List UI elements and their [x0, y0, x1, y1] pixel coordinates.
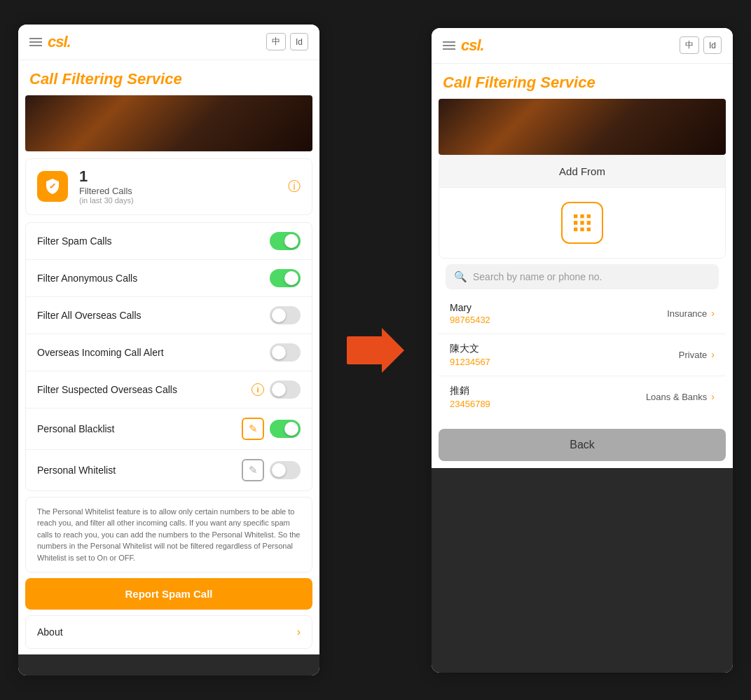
setting-right-blacklist: ✎: [242, 418, 301, 440]
page-title-right: Call Filtering Service: [432, 64, 733, 99]
contact-chevron-tuixiao: ›: [711, 391, 715, 402]
search-bar[interactable]: 🔍 Search by name or phone no.: [446, 264, 719, 289]
nav-right-left: 中 Id: [266, 33, 308, 50]
suspected-info-icon[interactable]: i: [252, 383, 264, 396]
contacts-grid-icon: [571, 212, 593, 234]
filter-anon-label: Filter Anonymous Calls: [37, 273, 137, 284]
filter-overseas-label: Filter All Overseas Calls: [37, 310, 142, 321]
search-icon: 🔍: [454, 270, 467, 283]
contact-chevron-mary: ›: [711, 308, 715, 319]
shield-svg: [44, 178, 61, 195]
bottom-bar-right: [432, 468, 733, 673]
nav-right-right: 中 Id: [680, 36, 722, 54]
setting-row-filter-overseas: Filter All Overseas Calls: [26, 297, 312, 334]
contact-number-chen: 91234567: [450, 357, 679, 367]
arrow-container: [347, 328, 404, 373]
filtered-sublabel: (in last 30 days): [79, 196, 277, 205]
nav-left: csl.: [29, 33, 71, 51]
toggle-knob-anon: [284, 271, 298, 285]
personal-blacklist-label: Personal Blacklist: [37, 423, 115, 434]
page-title-left: Call Filtering Service: [18, 60, 319, 95]
about-label: About: [37, 626, 63, 638]
contact-chevron-chen: ›: [711, 349, 715, 360]
setting-right-suspected: i: [252, 380, 301, 399]
lang-id-btn[interactable]: Id: [290, 33, 308, 50]
add-from-panel: Add From: [439, 155, 726, 259]
contact-list: Mary 98765432 Insurance › 陳大文 91234567 P…: [439, 294, 726, 418]
contact-row-tuixiao[interactable]: 推銷 23456789 Loans & Banks ›: [439, 376, 726, 418]
lang-zh-btn-right[interactable]: 中: [680, 36, 699, 54]
filter-anon-toggle[interactable]: [270, 269, 301, 287]
setting-left-blacklist: Personal Blacklist: [37, 423, 242, 434]
setting-right-alert: [270, 343, 301, 362]
blacklist-edit-btn[interactable]: ✎: [242, 418, 264, 440]
whitelist-edit-btn[interactable]: ✎: [242, 459, 264, 481]
bottom-bar-left: [18, 654, 319, 675]
setting-left-whitelist: Personal Whitelist: [37, 465, 242, 476]
report-spam-button[interactable]: Report Spam Call: [25, 578, 312, 610]
nav-left-right: csl.: [443, 36, 484, 55]
setting-row-whitelist: Personal Whitelist ✎: [26, 450, 312, 490]
setting-row-suspected: Filter Suspected Overseas Calls i: [26, 371, 312, 409]
toggle-knob-blacklist: [284, 422, 298, 436]
setting-row-filter-anon: Filter Anonymous Calls: [26, 260, 312, 297]
contact-tag-mary: Insurance: [667, 308, 707, 319]
contact-name-tuixiao: 推銷: [450, 385, 646, 397]
csl-logo-right: csl.: [461, 36, 484, 55]
filter-suspected-label: Filter Suspected Overseas Calls: [37, 384, 177, 395]
filtered-info-icon[interactable]: ⓘ: [288, 178, 301, 195]
setting-left-anon: Filter Anonymous Calls: [37, 273, 270, 284]
contact-info-tuixiao: 推銷 23456789: [450, 385, 646, 409]
setting-right-anon: [270, 269, 301, 287]
shield-icon: [37, 171, 68, 202]
contact-row-mary[interactable]: Mary 98765432 Insurance ›: [439, 294, 726, 334]
toggle-knob-overseas: [272, 308, 286, 322]
setting-left-spam: Filter Spam Calls: [37, 235, 270, 247]
contact-number-mary: 98765432: [450, 315, 667, 325]
setting-right-whitelist: ✎: [242, 459, 301, 481]
whitelist-description: The Personal Whitelist feature is to all…: [37, 506, 301, 564]
contact-name-mary: Mary: [450, 302, 667, 313]
toggle-knob-alert: [272, 345, 286, 359]
hero-image-left: [25, 95, 312, 151]
nav-bar-left: csl. 中 Id: [18, 25, 319, 60]
filter-spam-label: Filter Spam Calls: [37, 235, 112, 247]
about-chevron-icon: ›: [297, 626, 301, 638]
filter-spam-toggle[interactable]: [270, 232, 301, 250]
csl-logo: csl.: [48, 33, 71, 51]
contact-tag-chen: Private: [679, 350, 707, 360]
contact-info-chen: 陳大文 91234567: [450, 343, 679, 367]
personal-whitelist-label: Personal Whitelist: [37, 465, 116, 476]
filtered-count: 1: [79, 169, 277, 184]
add-from-title: Add From: [439, 156, 725, 188]
lang-id-btn-right[interactable]: Id: [703, 36, 722, 54]
contact-info-mary: Mary 98765432: [450, 302, 667, 325]
back-button[interactable]: Back: [439, 429, 726, 461]
setting-right-spam: [270, 232, 301, 250]
description-box: The Personal Whitelist feature is to all…: [25, 497, 312, 573]
lang-zh-btn[interactable]: 中: [266, 33, 286, 50]
settings-list: Filter Spam Calls Filter Anonymous Calls: [25, 222, 312, 491]
contact-tag-tuixiao: Loans & Banks: [646, 392, 707, 402]
add-from-icon-row: [439, 188, 725, 258]
filter-suspected-toggle[interactable]: [270, 380, 301, 399]
filter-overseas-toggle[interactable]: [270, 306, 301, 324]
right-phone-frame: csl. 中 Id Call Filtering Service Add Fro…: [432, 28, 733, 673]
overseas-alert-toggle[interactable]: [270, 343, 301, 362]
filtered-info: 1 Filtered Calls (in last 30 days): [79, 169, 277, 205]
contact-row-chen[interactable]: 陳大文 91234567 Private ›: [439, 334, 726, 376]
hero-image-right: [439, 99, 726, 155]
overseas-alert-label: Overseas Incoming Call Alert: [37, 347, 164, 358]
setting-row-blacklist: Personal Blacklist ✎: [26, 409, 312, 450]
personal-whitelist-toggle[interactable]: [270, 461, 301, 479]
setting-row-filter-spam: Filter Spam Calls: [26, 223, 312, 260]
filtered-calls-card: 1 Filtered Calls (in last 30 days) ⓘ: [25, 158, 312, 215]
contact-name-chen: 陳大文: [450, 343, 679, 355]
left-phone-frame: csl. 中 Id Call Filtering Service 1 Filte…: [18, 25, 319, 676]
about-row[interactable]: About ›: [25, 615, 312, 649]
hamburger-menu-icon-right[interactable]: [443, 41, 455, 50]
hamburger-menu-icon[interactable]: [29, 38, 42, 46]
contacts-grid-button[interactable]: [561, 202, 603, 244]
nav-bar-right: csl. 中 Id: [432, 28, 733, 64]
personal-blacklist-toggle[interactable]: [270, 420, 301, 438]
